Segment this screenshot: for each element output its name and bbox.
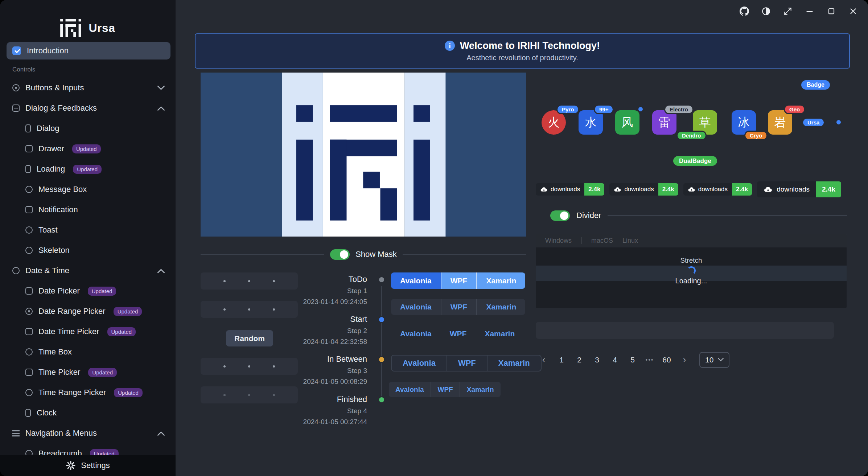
sidebar-item-breadcrumb[interactable]: Breadcrumb Updated [7,445,170,455]
xamarin-button[interactable]: Xamarin [476,326,524,341]
divider-line [201,254,324,255]
theme-toggle-button[interactable] [761,6,772,17]
page-ellipsis[interactable]: ••• [642,357,657,363]
updated-badge: Updated [72,144,101,153]
page-button-60[interactable]: 60 [659,352,675,368]
tile-glyph: 雷 [659,115,670,131]
message-box-icon [25,186,33,193]
download-count: 2.4k [732,183,752,196]
page-button-4[interactable]: 4 [607,352,623,368]
next-page-button[interactable]: › [676,352,692,368]
avalonia-button[interactable]: Avalonia [391,299,441,315]
tile-anemo: 风 [615,110,639,135]
wpf-button[interactable]: WPF [441,326,476,341]
sidebar-item-drawer[interactable]: Drawer Updated [7,140,170,157]
picker-dot [223,394,226,396]
picker-dot [248,394,250,396]
sidebar-item-time-box[interactable]: Time Box [7,343,170,361]
app-window: Ursa Introduction Controls Buttons & Inp… [0,0,868,476]
badge-electro: Electro [664,104,694,114]
page-button-1[interactable]: 1 [554,352,569,368]
avalonia-button[interactable]: Avalonia [391,326,441,341]
page-button-2[interactable]: 2 [571,352,587,368]
download-badge-large: downloads 2.4k [757,181,841,197]
download-badge: downloads 2.4k [609,183,678,196]
divider-toggle[interactable] [550,210,570,221]
wpf-button[interactable]: WPF [447,356,487,371]
badge-demo-row: 火 水 风 雷 草 冰 岩 Pyro 99+ Electro Dendro Cr… [536,102,850,147]
wpf-button[interactable]: WPF [441,299,477,315]
avalonia-button[interactable]: Avalonia [392,356,447,371]
sidebar-item-introduction[interactable]: Introduction [7,42,170,60]
divider-demo-row: Divider [536,208,847,223]
updated-badge: Updated [90,449,119,455]
text-input[interactable] [536,322,834,339]
sidebar-group-navigation-menus[interactable]: Navigation & Menus [7,424,170,442]
sidebar-item-label: Time Picker [38,368,80,377]
sidebar-item-time-range-picker[interactable]: Time Range Picker Updated [7,384,170,401]
button-group-borderless: Avalonia WPF Xamarin [391,326,524,341]
cloud-download-icon [764,185,773,194]
xamarin-button[interactable]: Xamarin [476,272,525,289]
sidebar-item-label: Drawer [38,144,64,153]
show-mask-row: Show Mask [201,248,526,260]
pagination: ‹ 1 2 3 4 5 ••• 60 › 10 [536,351,729,368]
download-label: downloads [698,186,728,193]
avalonia-button[interactable]: Avalonia [391,272,441,289]
date-range-picker-icon [25,308,33,315]
sidebar-item-date-picker[interactable]: Date Picker Updated [7,282,170,300]
download-label: downloads [551,186,580,193]
window-controls [739,6,859,17]
sidebar-item-dialog[interactable]: Dialog [7,120,170,137]
download-badge: downloads 2.4k [536,183,604,196]
wpf-button[interactable]: WPF [431,382,460,397]
sidebar-item-message-box[interactable]: Message Box [7,181,170,198]
sidebar-group-buttons-inputs[interactable]: Buttons & Inputs [7,79,170,97]
prev-page-button[interactable]: ‹ [536,352,552,368]
sidebar-item-notification[interactable]: Notification [7,201,170,218]
settings-button[interactable]: Settings [0,455,176,476]
page-size-select[interactable]: 10 [699,352,729,368]
sidebar-item-time-picker[interactable]: Time Picker Updated [7,364,170,381]
badge-dot [637,106,644,112]
sidebar-item-clock[interactable]: Clock [7,404,170,422]
maximize-button[interactable] [826,6,837,17]
date-picker-icon [25,287,33,295]
sidebar-item-loading[interactable]: Loading Updated [7,160,170,178]
minimize-button[interactable] [804,6,815,17]
close-button[interactable] [848,6,859,17]
timeline-step: Step 4 [258,407,367,415]
timeline-line [381,286,382,401]
dialog-feedbacks-icon [12,104,20,112]
download-label-segment: downloads [683,183,732,196]
picker-dot [223,280,226,282]
badge-cryo: Cryo [744,131,768,140]
wpf-button[interactable]: WPF [441,272,477,289]
page-button-3[interactable]: 3 [589,352,605,368]
sidebar-item-skeleton[interactable]: Skeleton [7,242,170,259]
sidebar-item-date-range-picker[interactable]: Date Range Picker Updated [7,303,170,320]
download-count: 2.4k [584,183,604,196]
xamarin-button[interactable]: Xamarin [460,382,501,397]
sidebar-group-dialog-feedbacks[interactable]: Dialog & Feedbacks [7,99,170,117]
download-label-segment: downloads [536,183,584,196]
page-button-5[interactable]: 5 [625,352,641,368]
picker-dot [273,308,275,311]
avalonia-button[interactable]: Avalonia [389,382,431,397]
sidebar-item-label: Buttons & Inputs [25,83,84,93]
fullscreen-button[interactable] [782,6,793,17]
xamarin-button[interactable]: Xamarin [476,299,525,315]
xamarin-button[interactable]: Xamarin [487,356,541,371]
time-range-picker-icon [25,389,33,396]
badge-geo: Geo [784,104,805,114]
sidebar-group-date-time[interactable]: Date & Time [7,262,170,279]
clock-icon [25,409,31,417]
buttons-inputs-icon [12,84,20,91]
sidebar-item-toast[interactable]: Toast [7,221,170,239]
updated-badge: Updated [73,165,102,174]
sidebar-item-date-time-picker[interactable]: Date Time Picker Updated [7,323,170,340]
show-mask-toggle[interactable] [330,249,350,260]
github-button[interactable] [739,6,750,17]
badge-count: 99+ [594,104,614,114]
chevron-down-icon [157,86,165,90]
